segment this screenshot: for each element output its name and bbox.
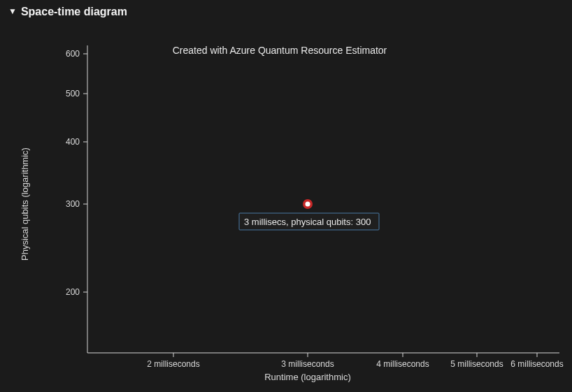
y-tick-label: 400 [66, 137, 80, 147]
x-axis-title: Runtime (logarithmic) [264, 372, 351, 382]
x-tick-label: 5 milliseconds [450, 359, 503, 369]
data-point[interactable] [303, 199, 313, 209]
tooltip: 3 millisecs, physical qubits: 300 [239, 213, 379, 230]
y-tick-label: 600 [66, 49, 80, 59]
chart-container: 200 300 400 500 600 2 millise [0, 22, 572, 389]
chart-title: Created with Azure Quantum Resource Esti… [173, 45, 387, 56]
y-ticks: 200 300 400 500 600 [66, 49, 87, 297]
scatter-chart[interactable]: 200 300 400 500 600 2 millise [0, 22, 572, 389]
section-title: Space-time diagram [21, 6, 127, 18]
y-tick-label: 200 [66, 287, 80, 297]
y-tick-label: 300 [66, 199, 80, 209]
tooltip-text: 3 millisecs, physical qubits: 300 [244, 217, 371, 227]
svg-point-11 [306, 202, 310, 207]
x-tick-label: 4 milliseconds [376, 359, 429, 369]
y-tick-label: 500 [66, 89, 80, 99]
x-tick-label: 6 milliseconds [510, 359, 563, 369]
section-header[interactable]: ▼ Space-time diagram [0, 0, 572, 22]
x-ticks: 2 milliseconds 3 milliseconds 4 millisec… [147, 353, 563, 369]
x-tick-label: 2 milliseconds [147, 359, 199, 369]
x-tick-label: 3 milliseconds [281, 359, 334, 369]
disclosure-triangle-icon: ▼ [8, 6, 17, 16]
y-axis-title: Physical qubits (logarithmic) [20, 147, 30, 261]
